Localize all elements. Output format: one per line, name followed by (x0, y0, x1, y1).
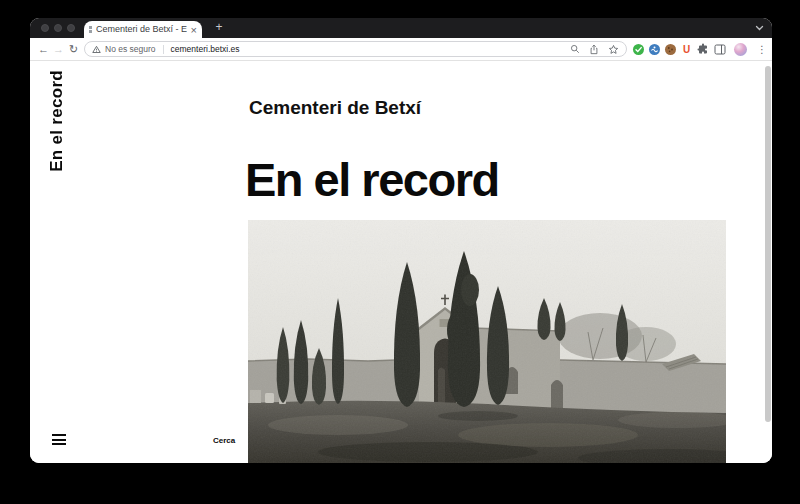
page-title: En el record (245, 152, 499, 207)
browser-tab-active[interactable]: Cementeri de Betxí - En el rec × (84, 21, 202, 38)
profile-avatar[interactable] (734, 43, 747, 56)
blue-extension-icon[interactable] (649, 44, 660, 55)
green-extension-icon[interactable] (633, 44, 644, 55)
window-maximize-button[interactable] (67, 24, 75, 32)
window-close-button[interactable] (41, 24, 49, 32)
browser-window: Cementeri de Betxí - En el rec × + ← → ↻… (30, 18, 772, 463)
tab-close-icon[interactable]: × (191, 25, 197, 35)
share-icon[interactable] (589, 44, 599, 55)
site-name-heading: Cementeri de Betxí (249, 97, 421, 119)
url-divider (163, 45, 164, 54)
chevron-down-icon[interactable] (755, 24, 764, 32)
menu-hamburger-icon[interactable] (52, 434, 66, 448)
tab-title: Cementeri de Betxí - En el rec (96, 21, 187, 38)
reload-button[interactable]: ↻ (66, 43, 81, 56)
site-favicon-icon (89, 26, 92, 33)
page-content: En el record Cementeri de Betxí En el re… (30, 61, 772, 463)
vertical-site-logo: En el record (47, 70, 67, 172)
extensions-puzzle-icon[interactable] (697, 43, 709, 55)
ublock-extension-icon[interactable]: U (681, 44, 692, 55)
cookie-extension-icon[interactable] (665, 44, 676, 55)
scrollbar-thumb[interactable] (765, 66, 771, 422)
desktop-background: Cementeri de Betxí - En el rec × + ← → ↻… (0, 0, 800, 504)
warning-icon (92, 45, 101, 54)
address-bar[interactable]: No es seguro cementeri.betxi.es (84, 41, 627, 57)
search-icon[interactable] (570, 44, 580, 54)
bookmark-star-icon[interactable] (608, 44, 619, 55)
new-tab-button[interactable]: + (212, 21, 226, 35)
cemetery-photo (248, 220, 726, 463)
extensions-row: U ⋮ (633, 43, 765, 56)
traffic-lights (41, 24, 75, 32)
search-link[interactable]: Cerca (213, 436, 235, 445)
forward-button[interactable]: → (51, 43, 66, 55)
security-label: No es seguro (105, 44, 156, 54)
back-button[interactable]: ← (36, 43, 51, 55)
browser-toolbar: ← → ↻ No es seguro cementeri.betxi.es (30, 38, 772, 61)
window-minimize-button[interactable] (54, 24, 62, 32)
browser-menu-icon[interactable]: ⋮ (757, 44, 765, 55)
url-text: cementeri.betxi.es (171, 44, 240, 54)
side-panel-icon[interactable] (714, 44, 726, 55)
tab-strip: Cementeri de Betxí - En el rec × + (30, 18, 772, 38)
